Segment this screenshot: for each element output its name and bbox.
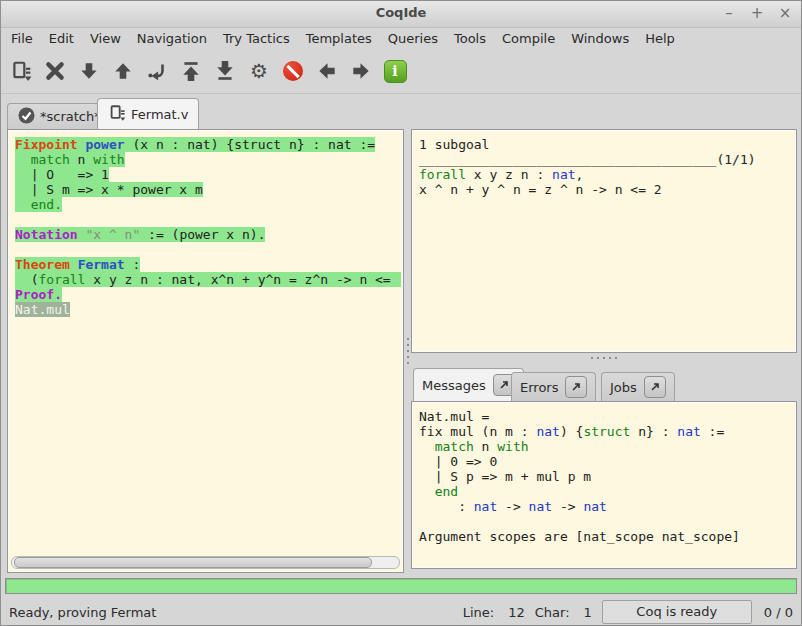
code-line: Proof. <box>15 287 401 302</box>
code-line: Theorem Fermat : <box>15 257 401 272</box>
menu-tools[interactable]: Tools <box>446 29 494 48</box>
code-line: Argument scopes are [nat_scope nat_scope… <box>419 529 794 544</box>
goal-view: 1 subgoal_______________________________… <box>414 132 794 350</box>
code-line: | S m => x * power x m <box>15 182 401 197</box>
code-line: | S p => m + mul p m <box>419 469 794 484</box>
line-label: Line: <box>463 605 494 620</box>
code-line: Nat.mul = <box>419 409 794 424</box>
code-line: fix mul (n m : nat) {struct n} : nat := <box>419 424 794 439</box>
detach-arrow-icon <box>498 379 510 391</box>
code-line: ______________________________________(1… <box>419 152 794 167</box>
toolbar: ⚙ i <box>1 49 801 94</box>
code-line: | 0 => 0 <box>419 454 794 469</box>
save-icon[interactable] <box>9 59 33 83</box>
code-line: (forall x y z n : nat, x^n + y^n = z^n -… <box>15 272 401 287</box>
messages-pane[interactable]: Nat.mul =fix mul (n m : nat) {struct n} … <box>411 401 797 569</box>
code-line: end. <box>15 197 401 212</box>
window-title: CoqIde <box>1 5 801 20</box>
status-bar: Ready, proving Fermat Line: 12 Char: 1 C… <box>1 597 801 626</box>
menu-file[interactable]: File <box>3 29 41 48</box>
check-icon <box>18 107 35 127</box>
messages-view: Nat.mul =fix mul (n m : nat) {struct n} … <box>414 404 794 566</box>
menu-navigation[interactable]: Navigation <box>129 29 215 48</box>
fully-check-icon[interactable]: ⚙ <box>247 59 271 83</box>
code-line: Fixpoint power (x n : nat) {struct n} : … <box>15 137 401 152</box>
menu-compile[interactable]: Compile <box>494 29 563 48</box>
step-backward-icon[interactable] <box>111 59 135 83</box>
detach-arrow-icon <box>570 381 582 393</box>
tab-label: Messages <box>422 378 486 393</box>
close-buffer-icon[interactable] <box>43 59 67 83</box>
code-line <box>15 242 401 257</box>
code-line: match n with <box>15 152 401 167</box>
code-line <box>419 514 794 529</box>
tab-jobs[interactable]: Jobs <box>601 372 675 401</box>
coq-state-indicator: Coq is ready <box>602 600 752 624</box>
previous-occurrence-icon[interactable] <box>315 59 339 83</box>
char-label: Char: <box>535 605 570 620</box>
code-line: Notation "x ^ n" := (power x n). <box>15 227 401 242</box>
minimize-button[interactable]: – <box>721 3 737 23</box>
char-value[interactable]: 1 <box>584 605 592 620</box>
tab-label: Fermat.v <box>131 107 188 122</box>
detach-errors-button[interactable] <box>565 376 587 398</box>
go-to-cursor-icon[interactable] <box>145 59 169 83</box>
code-line: match n with <box>419 439 794 454</box>
script-editor[interactable]: Fixpoint power (x n : nat) {struct n} : … <box>10 132 401 556</box>
line-value[interactable]: 12 <box>508 605 525 620</box>
code-line: : nat -> nat -> nat <box>419 499 794 514</box>
tab-messages[interactable]: Messages <box>413 368 524 401</box>
interrupt-icon[interactable] <box>281 59 305 83</box>
horizontal-splitter[interactable] <box>411 353 797 363</box>
menu-help[interactable]: Help <box>637 29 683 48</box>
code-line: x ^ n + y ^ n = z ^ n -> n <= 2 <box>419 182 794 197</box>
menu-bar: FileEditViewNavigationTry TacticsTemplat… <box>1 27 801 49</box>
maximize-button[interactable]: + <box>749 3 765 23</box>
menu-edit[interactable]: Edit <box>41 29 82 48</box>
code-line <box>15 212 401 227</box>
progress-bar <box>5 578 797 594</box>
script-editor-pane[interactable]: Fixpoint power (x n : nat) {struct n} : … <box>7 129 404 573</box>
menu-try-tactics[interactable]: Try Tactics <box>215 29 298 48</box>
scrollbar-thumb[interactable] <box>14 557 372 568</box>
about-icon[interactable]: i <box>383 59 407 83</box>
message-tab-bar: Messages Errors Jobs <box>411 363 797 401</box>
detach-jobs-button[interactable] <box>644 376 666 398</box>
document-icon <box>108 104 126 125</box>
menu-queries[interactable]: Queries <box>380 29 446 48</box>
vertical-splitter[interactable] <box>404 129 411 573</box>
coqide-window: CoqIde – + × FileEditViewNavigationTry T… <box>0 0 802 626</box>
status-message: Ready, proving Fermat <box>9 605 156 620</box>
code-line: | O => 1 <box>15 167 401 182</box>
menu-templates[interactable]: Templates <box>298 29 380 48</box>
goal-counter: 0 / 0 <box>764 605 793 620</box>
menu-view[interactable]: View <box>82 29 129 48</box>
next-occurrence-icon[interactable] <box>349 59 373 83</box>
goal-pane[interactable]: 1 subgoal_______________________________… <box>411 129 797 353</box>
tab-label: *scratch* <box>40 109 101 124</box>
code-line: end <box>419 484 794 499</box>
detach-arrow-icon <box>649 381 661 393</box>
tab-label: Jobs <box>610 380 637 395</box>
buffer-tab-bar: *scratch* Fermat.v <box>1 97 801 129</box>
code-line: forall x y z n : nat, <box>419 167 794 182</box>
code-line: 1 subgoal <box>419 137 794 152</box>
tab-errors[interactable]: Errors <box>511 372 596 401</box>
close-button[interactable]: × <box>777 3 793 23</box>
title-bar[interactable]: CoqIde – + × <box>1 1 801 28</box>
restart-icon[interactable] <box>179 59 203 83</box>
tab-label: Errors <box>520 380 558 395</box>
menu-windows[interactable]: Windows <box>563 29 637 48</box>
go-to-end-icon[interactable] <box>213 59 237 83</box>
editor-horizontal-scrollbar[interactable] <box>11 556 400 569</box>
code-line: Nat.mul <box>15 302 401 317</box>
step-forward-icon[interactable] <box>77 59 101 83</box>
tab-fermat[interactable]: Fermat.v <box>97 98 199 129</box>
tab-scratch[interactable]: *scratch* <box>7 103 112 129</box>
